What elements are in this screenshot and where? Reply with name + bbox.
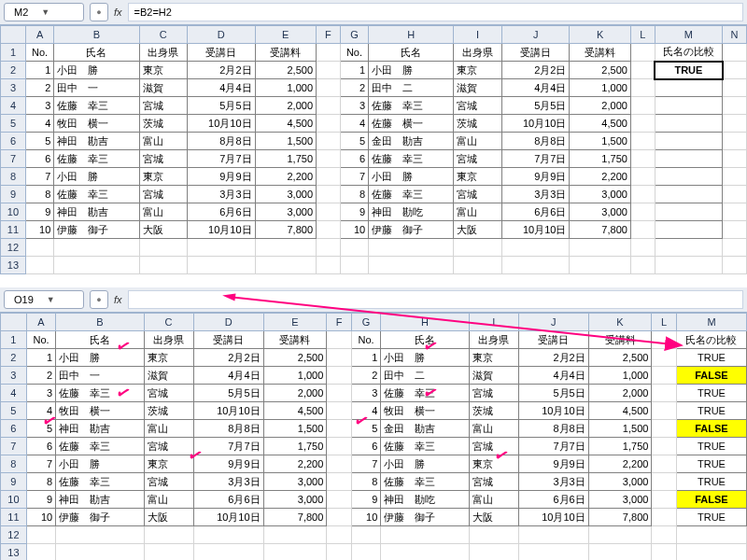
cell[interactable] bbox=[652, 509, 677, 526]
cell[interactable] bbox=[144, 544, 193, 561]
cell[interactable]: 10月10日 bbox=[193, 509, 263, 526]
result-cell[interactable]: TRUE bbox=[676, 349, 746, 367]
cell[interactable] bbox=[26, 526, 55, 544]
cell[interactable]: 大阪 bbox=[454, 221, 501, 239]
cell[interactable]: 5月5日 bbox=[518, 385, 588, 402]
cell[interactable]: 富山 bbox=[139, 133, 187, 150]
cell[interactable] bbox=[454, 239, 501, 257]
cell[interactable]: 東京 bbox=[144, 455, 193, 473]
cell[interactable]: 7 bbox=[351, 455, 380, 473]
result-header[interactable]: 氏名の比較 bbox=[655, 44, 723, 62]
cell[interactable]: 宮城 bbox=[454, 97, 501, 115]
cell[interactable]: 1,000 bbox=[588, 367, 652, 385]
cell[interactable]: 10月10日 bbox=[501, 221, 570, 239]
cell[interactable]: 氏名 bbox=[381, 331, 469, 349]
cell[interactable]: 佐藤 幸三 bbox=[369, 97, 454, 115]
cell[interactable] bbox=[317, 203, 341, 221]
column-header[interactable]: C bbox=[139, 26, 187, 44]
cell[interactable]: 茨城 bbox=[144, 402, 193, 420]
formula-input[interactable]: =B2=H2 bbox=[128, 3, 743, 21]
cell[interactable]: 宮城 bbox=[144, 438, 193, 455]
cell[interactable]: 小田 勝 bbox=[381, 349, 469, 367]
cell[interactable] bbox=[317, 239, 341, 257]
cell[interactable]: 神田 勘吃 bbox=[369, 203, 454, 221]
cell[interactable] bbox=[652, 349, 677, 367]
result-cell[interactable]: TRUE bbox=[676, 455, 746, 473]
cell[interactable]: 3月3日 bbox=[501, 186, 570, 203]
cell[interactable]: 受講日 bbox=[193, 331, 263, 349]
row-header[interactable]: 12 bbox=[1, 239, 26, 257]
cell[interactable]: 2 bbox=[25, 79, 53, 97]
result-cell[interactable] bbox=[655, 203, 723, 221]
cell[interactable] bbox=[317, 115, 341, 133]
cell[interactable]: 10 bbox=[26, 509, 55, 526]
cell[interactable] bbox=[630, 186, 655, 203]
cell[interactable]: 茨城 bbox=[454, 115, 501, 133]
cell[interactable]: 伊藤 御子 bbox=[54, 221, 139, 239]
cell[interactable]: 5 bbox=[351, 420, 380, 438]
row-header[interactable]: 9 bbox=[1, 186, 26, 203]
cell[interactable]: 9月9日 bbox=[188, 168, 256, 186]
cell[interactable]: 8 bbox=[351, 473, 380, 491]
column-header[interactable]: C bbox=[144, 314, 193, 331]
cell[interactable]: 9 bbox=[25, 203, 53, 221]
cell[interactable]: 4,500 bbox=[255, 115, 317, 133]
cell[interactable]: 6 bbox=[26, 438, 55, 455]
cell[interactable]: No. bbox=[351, 331, 380, 349]
column-header[interactable]: A bbox=[26, 314, 55, 331]
cell[interactable]: 2,200 bbox=[263, 455, 327, 473]
cell[interactable] bbox=[317, 44, 341, 62]
cell[interactable] bbox=[652, 544, 677, 561]
cell[interactable] bbox=[630, 133, 655, 150]
cell[interactable]: 5 bbox=[26, 420, 55, 438]
result-cell[interactable]: TRUE bbox=[655, 62, 723, 79]
cell[interactable] bbox=[327, 455, 352, 473]
cell[interactable] bbox=[630, 150, 655, 168]
cell[interactable]: 滋賀 bbox=[144, 367, 193, 385]
cell[interactable] bbox=[723, 133, 747, 150]
cell[interactable]: 受講料 bbox=[588, 331, 652, 349]
cell[interactable] bbox=[56, 526, 144, 544]
row-header[interactable]: 10 bbox=[1, 491, 27, 509]
cell[interactable]: 2,000 bbox=[588, 385, 652, 402]
cell[interactable]: 小田 勝 bbox=[56, 455, 144, 473]
cell[interactable]: 4月4日 bbox=[518, 367, 588, 385]
row-header[interactable]: 13 bbox=[1, 544, 27, 561]
cell[interactable] bbox=[188, 257, 256, 274]
cell[interactable] bbox=[655, 239, 723, 257]
cell[interactable]: 滋賀 bbox=[454, 79, 501, 97]
cell[interactable] bbox=[369, 257, 454, 274]
cell[interactable]: No. bbox=[26, 331, 55, 349]
cell[interactable] bbox=[317, 62, 341, 79]
cell[interactable] bbox=[327, 473, 352, 491]
cell[interactable]: 6月6日 bbox=[501, 203, 570, 221]
result-cell[interactable] bbox=[655, 97, 723, 115]
cell[interactable]: 1,750 bbox=[588, 438, 652, 455]
cell[interactable]: 9 bbox=[351, 491, 380, 509]
result-cell[interactable] bbox=[655, 150, 723, 168]
result-cell[interactable]: TRUE bbox=[676, 509, 746, 526]
cell[interactable]: 7 bbox=[25, 168, 53, 186]
cell[interactable]: 宮城 bbox=[454, 186, 501, 203]
cell[interactable]: 出身県 bbox=[144, 331, 193, 349]
column-header[interactable]: F bbox=[317, 26, 341, 44]
cell[interactable] bbox=[144, 526, 193, 544]
cell[interactable] bbox=[588, 544, 652, 561]
cell[interactable]: 2月2日 bbox=[188, 62, 256, 79]
cell[interactable]: 2月2日 bbox=[193, 349, 263, 367]
cell[interactable]: 氏名 bbox=[369, 44, 454, 62]
cell[interactable]: 富山 bbox=[454, 133, 501, 150]
cell[interactable] bbox=[327, 438, 352, 455]
cell[interactable]: 3 bbox=[25, 97, 53, 115]
cell[interactable]: 3月3日 bbox=[518, 473, 588, 491]
cell[interactable]: 受講日 bbox=[518, 331, 588, 349]
cell[interactable]: 7,800 bbox=[263, 509, 327, 526]
cell[interactable] bbox=[652, 402, 677, 420]
cell[interactable]: 受講料 bbox=[255, 44, 317, 62]
row-header[interactable]: 3 bbox=[1, 367, 27, 385]
cell[interactable]: 4,500 bbox=[263, 402, 327, 420]
cell[interactable]: 滋賀 bbox=[139, 79, 187, 97]
cell[interactable]: 宮城 bbox=[139, 186, 187, 203]
cell[interactable]: 8 bbox=[340, 186, 368, 203]
cell[interactable] bbox=[25, 239, 53, 257]
